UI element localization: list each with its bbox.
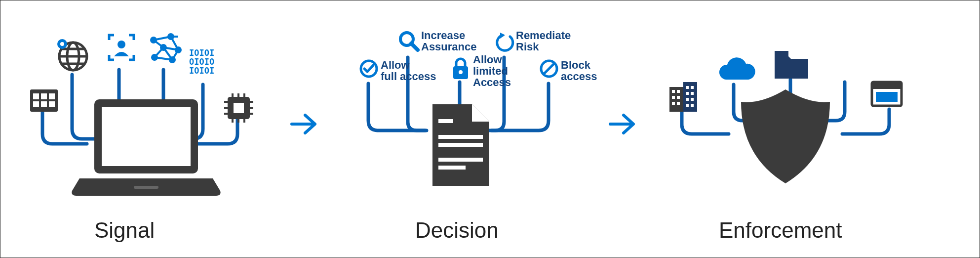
option-remediate-risk: Remediate Risk: [516, 30, 571, 52]
svg-rect-61: [438, 143, 483, 147]
signal-label: Signal: [94, 218, 155, 243]
stage-enforcement: [652, 30, 914, 218]
svg-rect-76: [691, 92, 694, 95]
svg-marker-56: [500, 33, 505, 39]
option-increase-assurance: Increase Assurance: [421, 30, 477, 52]
signal-graphic: IOIOI OIOIO IOIOI: [15, 15, 282, 203]
lock-icon: [453, 59, 468, 79]
svg-rect-4: [33, 101, 39, 107]
browser-window-icon: [872, 82, 902, 106]
block-circle-icon: [541, 61, 557, 77]
globe-icon: [57, 39, 87, 70]
svg-rect-79: [686, 104, 689, 107]
stage-signal: IOIOI OIOIO IOIOI: [15, 15, 282, 223]
refresh-arrow-icon: [497, 33, 513, 50]
network-graph-icon: [151, 34, 181, 62]
svg-rect-59: [438, 119, 453, 123]
svg-rect-66: [683, 82, 697, 112]
svg-point-55: [459, 70, 463, 74]
flow-arrow-2: [608, 109, 637, 139]
svg-rect-6: [49, 101, 55, 107]
svg-rect-63: [438, 166, 466, 170]
svg-rect-80: [691, 104, 694, 107]
svg-rect-5: [41, 101, 47, 107]
svg-rect-34: [234, 103, 244, 113]
svg-rect-81: [775, 51, 788, 57]
document-policy-icon: [432, 104, 489, 186]
shield-icon: [741, 89, 830, 183]
svg-rect-72: [677, 102, 680, 105]
decision-label: Decision: [415, 218, 499, 243]
stage-decision: Allow full access Increase Assurance All…: [331, 10, 598, 218]
svg-line-53: [411, 43, 418, 50]
building-icon: [669, 82, 697, 112]
svg-text:OIOIO: OIOIO: [189, 57, 214, 67]
svg-point-14: [118, 41, 125, 48]
svg-rect-69: [672, 96, 675, 99]
binary-data-icon: IOIOI OIOIO IOIOI: [189, 48, 214, 76]
option-allow-full: Allow full access: [381, 59, 436, 82]
svg-rect-70: [677, 96, 680, 99]
svg-rect-73: [686, 86, 689, 89]
check-circle-icon: [361, 61, 377, 77]
svg-rect-0: [30, 89, 58, 112]
option-allow-limited: Allow limited Access: [473, 54, 511, 88]
enforcement-graphic: [652, 30, 914, 198]
svg-rect-49: [134, 186, 158, 189]
svg-rect-65: [669, 87, 683, 112]
laptop-icon: [72, 99, 220, 196]
cloud-icon: [719, 57, 755, 80]
magnifier-icon: [400, 33, 418, 50]
svg-rect-1: [33, 93, 39, 99]
svg-rect-84: [876, 92, 898, 102]
svg-rect-77: [686, 98, 689, 101]
svg-rect-67: [672, 90, 675, 93]
svg-rect-74: [691, 86, 694, 89]
svg-line-24: [154, 40, 163, 47]
calendar-grid-icon: [30, 89, 58, 112]
svg-line-58: [544, 63, 554, 74]
folder-icon: [775, 51, 808, 79]
svg-rect-83: [872, 82, 902, 89]
svg-rect-48: [102, 107, 191, 166]
option-block-access: Block access: [561, 59, 597, 82]
svg-rect-78: [691, 98, 694, 101]
svg-text:IOIOI: IOIOI: [189, 48, 214, 58]
flow-arrow-1: [289, 109, 319, 139]
svg-rect-75: [686, 92, 689, 95]
svg-point-13: [60, 42, 64, 46]
svg-rect-71: [672, 102, 675, 105]
svg-text:IOIOI: IOIOI: [189, 66, 214, 76]
svg-rect-3: [49, 93, 55, 99]
enforcement-label: Enforcement: [719, 218, 842, 243]
svg-rect-62: [438, 158, 483, 162]
chip-icon: [224, 93, 253, 123]
svg-rect-2: [41, 93, 47, 99]
svg-rect-68: [677, 90, 680, 93]
svg-rect-60: [438, 135, 483, 139]
svg-line-26: [155, 47, 163, 57]
user-focus-icon: [109, 35, 134, 60]
